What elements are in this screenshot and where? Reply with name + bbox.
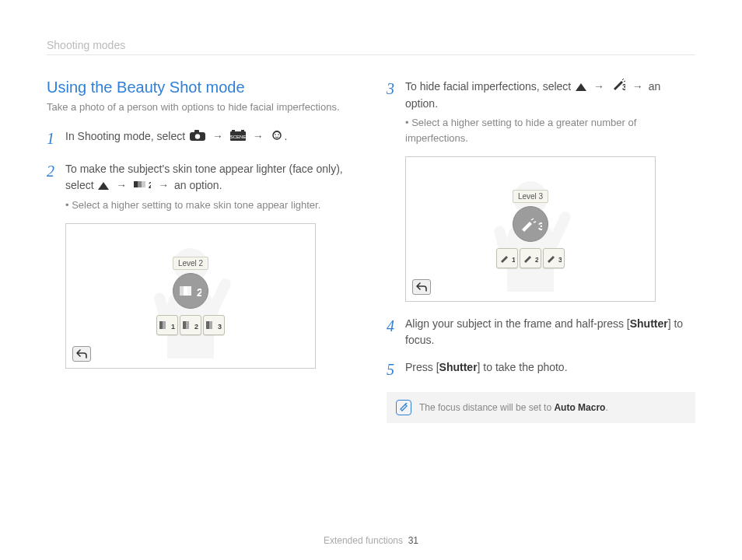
step1-text: In Shooting mode, select bbox=[65, 130, 185, 142]
beauty-face-icon bbox=[271, 128, 283, 145]
level-option: 1 bbox=[496, 248, 518, 268]
step-body: Align your subject in the frame and half… bbox=[405, 316, 695, 348]
step-number: 5 bbox=[387, 358, 405, 381]
camera-icon bbox=[190, 129, 205, 145]
step-5: 5 Press [Shutter] to take the photo. bbox=[387, 359, 695, 381]
step2-end: an option. bbox=[174, 179, 222, 191]
note-c: . bbox=[605, 402, 607, 413]
note-b: Auto Macro bbox=[554, 402, 605, 413]
step-body: To hide facial imperfections, select → 3… bbox=[405, 79, 695, 145]
level-option: 2 bbox=[180, 315, 201, 335]
intro-text: Take a photo of a person with options to… bbox=[47, 101, 355, 113]
step3-sub: Select a higher setting to hide a greate… bbox=[405, 115, 695, 145]
svg-rect-19 bbox=[184, 286, 187, 296]
svg-rect-1 bbox=[194, 130, 199, 133]
scene-icon: SCENE bbox=[230, 129, 246, 145]
level-option: 3 bbox=[203, 315, 225, 335]
step-1: 1 In Shooting mode, select → SCENE → . bbox=[47, 128, 355, 150]
step2-sub: Select a higher setting to make skin ton… bbox=[65, 198, 355, 213]
up-triangle-icon bbox=[576, 79, 586, 96]
level-option: 3 bbox=[543, 248, 565, 268]
footer-section: Extended functions bbox=[324, 535, 403, 546]
back-button-icon bbox=[412, 279, 431, 295]
arrow-icon: → bbox=[158, 179, 169, 191]
two-column-layout: Using the Beauty Shot mode Take a photo … bbox=[47, 79, 695, 423]
note-text: The focus distance will be set to Auto M… bbox=[419, 402, 608, 413]
svg-text:2: 2 bbox=[149, 181, 151, 190]
svg-text:2: 2 bbox=[535, 256, 538, 264]
step5-b: Shutter bbox=[439, 361, 478, 373]
camera-preview-2: Level 3 3 1 2 3 bbox=[405, 156, 656, 302]
arrow-icon: → bbox=[632, 80, 643, 93]
svg-text:3: 3 bbox=[218, 323, 222, 331]
svg-rect-23 bbox=[163, 321, 166, 329]
step-body: Press [Shutter] to take the photo. bbox=[405, 359, 695, 376]
skin-tone-icon: 2 bbox=[134, 178, 151, 194]
step-number: 2 bbox=[47, 159, 65, 183]
step5-a: Press [ bbox=[405, 361, 439, 373]
overlay-controls: Level 3 3 1 2 3 bbox=[406, 157, 655, 301]
left-column: Using the Beauty Shot mode Take a photo … bbox=[47, 79, 355, 423]
up-triangle-icon bbox=[98, 178, 109, 194]
step4-b: Shutter bbox=[630, 317, 668, 330]
breadcrumb: Shooting modes bbox=[47, 39, 695, 55]
svg-rect-26 bbox=[186, 321, 189, 329]
back-button-icon bbox=[72, 346, 91, 362]
step4-a: Align your subject in the frame and half… bbox=[405, 317, 630, 330]
svg-point-2 bbox=[195, 134, 200, 138]
svg-text:1: 1 bbox=[171, 323, 175, 331]
level-options-row: 1 2 3 bbox=[496, 248, 565, 268]
note-icon bbox=[396, 400, 411, 415]
level-options-row: 1 2 3 bbox=[156, 315, 225, 335]
svg-text:2: 2 bbox=[194, 323, 198, 331]
svg-rect-18 bbox=[180, 286, 184, 296]
svg-marker-10 bbox=[98, 182, 109, 190]
level-option: 1 bbox=[156, 315, 178, 335]
level-option: 2 bbox=[520, 248, 541, 268]
step-body: In Shooting mode, select → SCENE → . bbox=[65, 128, 355, 145]
svg-point-8 bbox=[275, 134, 276, 135]
svg-rect-11 bbox=[134, 181, 138, 187]
svg-text:3: 3 bbox=[558, 256, 562, 264]
arrow-icon: → bbox=[593, 80, 604, 93]
svg-rect-25 bbox=[183, 321, 186, 329]
svg-rect-22 bbox=[159, 321, 163, 329]
svg-rect-5 bbox=[241, 130, 244, 132]
step-2: 2 To make the subject's skin tone appear… bbox=[47, 161, 355, 212]
page-title: Using the Beauty Shot mode bbox=[47, 79, 355, 96]
level-tooltip: Level 2 bbox=[173, 257, 208, 270]
arrow-icon: → bbox=[212, 130, 223, 142]
page-footer: Extended functions 31 bbox=[0, 535, 742, 546]
svg-rect-12 bbox=[138, 181, 142, 187]
arrow-icon: → bbox=[116, 179, 127, 191]
note-a: The focus distance will be set to bbox=[419, 402, 554, 413]
page-number: 31 bbox=[408, 535, 418, 546]
svg-marker-31 bbox=[576, 83, 586, 91]
svg-text:SCENE: SCENE bbox=[230, 135, 246, 139]
note-box: The focus distance will be set to Auto M… bbox=[387, 392, 695, 423]
step-number: 3 bbox=[387, 77, 405, 100]
step-number: 4 bbox=[387, 314, 405, 338]
step-body: To make the subject's skin tone appear l… bbox=[65, 161, 355, 212]
camera-preview-1: Level 2 2 1 2 3 bbox=[65, 223, 316, 369]
level-selected-circle: 2 bbox=[173, 273, 208, 309]
svg-rect-29 bbox=[209, 321, 212, 329]
svg-rect-20 bbox=[187, 286, 191, 296]
svg-text:2: 2 bbox=[197, 286, 201, 299]
manual-page: Shooting modes Using the Beauty Shot mod… bbox=[0, 0, 742, 423]
svg-rect-13 bbox=[142, 181, 145, 187]
level-tooltip: Level 3 bbox=[513, 190, 548, 203]
retouch-icon: 3 bbox=[611, 79, 625, 96]
step-3: 3 To hide facial imperfections, select →… bbox=[387, 79, 695, 145]
svg-text:3: 3 bbox=[622, 83, 625, 91]
svg-rect-4 bbox=[232, 130, 235, 132]
arrow-icon: → bbox=[253, 130, 264, 142]
step1-end: . bbox=[285, 130, 288, 142]
overlay-controls: Level 2 2 1 2 3 bbox=[66, 224, 315, 368]
step5-c: ] to take the photo. bbox=[478, 361, 568, 373]
step-4: 4 Align your subject in the frame and ha… bbox=[387, 316, 695, 348]
level-selected-circle: 3 bbox=[513, 206, 548, 242]
svg-text:1: 1 bbox=[512, 256, 515, 264]
svg-rect-28 bbox=[206, 321, 209, 329]
svg-text:3: 3 bbox=[538, 220, 542, 233]
